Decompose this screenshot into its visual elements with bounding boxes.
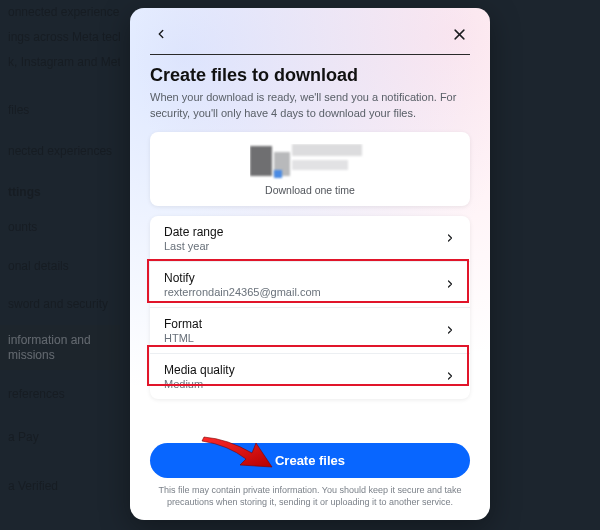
option-label: Media quality xyxy=(164,363,235,377)
option-value: rexterrondain24365@gmail.com xyxy=(164,286,321,298)
download-summary-caption: Download one time xyxy=(164,184,456,196)
back-button[interactable] xyxy=(150,23,172,45)
close-button[interactable] xyxy=(448,23,470,45)
modal-subtitle: When your download is ready, we'll send … xyxy=(150,90,470,122)
options-card: Date range Last year Notify rexterrondai… xyxy=(150,216,470,399)
option-value: HTML xyxy=(164,332,202,344)
option-label: Notify xyxy=(164,271,321,285)
create-files-button[interactable]: Create files xyxy=(150,443,470,478)
modal-title: Create files to download xyxy=(150,65,470,86)
chevron-right-icon xyxy=(444,370,456,382)
chevron-right-icon xyxy=(444,278,456,290)
option-date-range[interactable]: Date range Last year xyxy=(150,216,470,261)
option-media-quality[interactable]: Media quality Medium xyxy=(150,353,470,399)
chevron-right-icon xyxy=(444,324,456,336)
divider xyxy=(150,54,470,55)
option-value: Medium xyxy=(164,378,235,390)
chevron-left-icon xyxy=(154,27,168,41)
blurred-preview xyxy=(250,144,370,180)
option-format[interactable]: Format HTML xyxy=(150,307,470,353)
download-modal: Create files to download When your downl… xyxy=(130,8,490,520)
option-label: Date range xyxy=(164,225,223,239)
option-notify[interactable]: Notify rexterrondain24365@gmail.com xyxy=(150,261,470,307)
close-icon xyxy=(452,27,467,42)
chevron-right-icon xyxy=(444,232,456,244)
option-value: Last year xyxy=(164,240,223,252)
download-summary-card: Download one time xyxy=(150,132,470,206)
disclaimer-text: This file may contain private informatio… xyxy=(150,484,470,508)
option-label: Format xyxy=(164,317,202,331)
